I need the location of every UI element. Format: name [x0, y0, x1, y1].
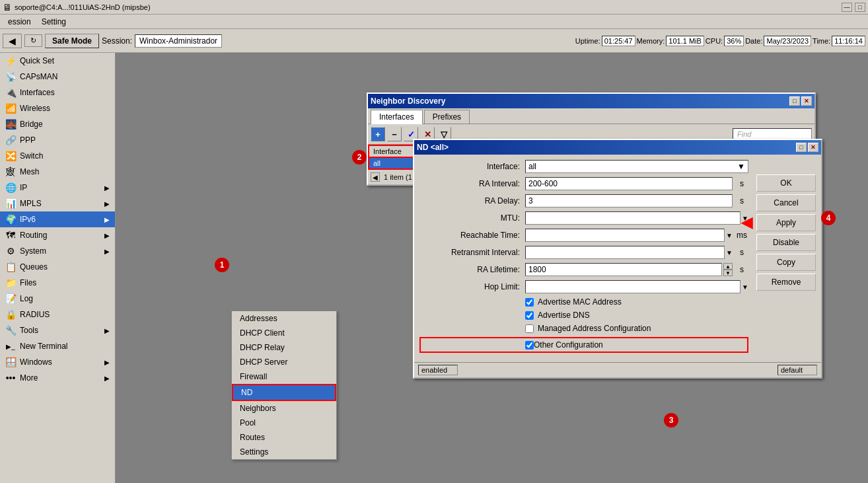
submenu-firewall[interactable]: Firewall: [232, 369, 336, 384]
safe-mode-button[interactable]: Safe Mode: [45, 34, 99, 48]
app-icon: 🖥: [3, 2, 12, 13]
retransmit-input[interactable]: [525, 246, 725, 259]
ra-lifetime-down-button[interactable]: ▼: [723, 270, 733, 276]
submenu-neighbors[interactable]: Neighbors: [232, 401, 336, 416]
interface-select[interactable]: all ▼: [525, 160, 748, 173]
form-row-hop-limit: Hop Limit: ▼: [419, 280, 748, 293]
sidebar-item-capsman[interactable]: 📡 CAPsMAN: [0, 69, 115, 85]
windows-arrow-icon: ▶: [104, 359, 110, 366]
sidebar-label-more: More: [20, 373, 38, 383]
form-row-retransmit: Retransmit Interval: ▼ s: [419, 246, 748, 259]
nd-titlebar: Neighbor Discovery □ ✕: [368, 94, 814, 108]
sidebar-item-windows[interactable]: 🪟 Windows ▶: [0, 354, 115, 370]
sidebar-label-queues: Queues: [20, 262, 48, 272]
main-layout: ⚡ Quick Set 📡 CAPsMAN 🔌 Interfaces 📶 Wir…: [0, 53, 868, 483]
sidebar-label-windows: Windows: [20, 357, 52, 367]
nd-scroll-left-button[interactable]: ◀: [371, 172, 380, 182]
maximize-button[interactable]: □: [855, 3, 865, 12]
hop-limit-input[interactable]: [525, 280, 741, 293]
tools-arrow-icon: ▶: [104, 327, 110, 334]
ra-interval-input[interactable]: [525, 177, 733, 190]
sidebar-item-ipv6[interactable]: 🌍 IPv6 ▶: [0, 211, 115, 227]
sidebar-item-more[interactable]: ••• More ▶: [0, 370, 115, 386]
tab-interfaces[interactable]: Interfaces: [371, 110, 423, 124]
sidebar-item-bridge[interactable]: 🌉 Bridge: [0, 116, 115, 132]
sidebar-label-ip: IP: [20, 183, 27, 192]
submenu-settings[interactable]: Settings: [232, 445, 336, 459]
sidebar-item-mesh[interactable]: 🕸 Mesh: [0, 164, 115, 180]
copy-button[interactable]: Copy: [756, 254, 816, 271]
sidebar-item-quick-set[interactable]: ⚡ Quick Set: [0, 53, 115, 69]
nd-all-dialog: ND <all> □ ✕ Interface: all ▼: [413, 139, 822, 379]
nd-close-button[interactable]: ✕: [801, 96, 812, 106]
minimize-button[interactable]: —: [842, 3, 852, 12]
submenu-addresses[interactable]: Addresses: [232, 311, 336, 326]
submenu-routes[interactable]: Routes: [232, 430, 336, 445]
routing-arrow-icon: ▶: [104, 232, 110, 239]
other-config-label: Other Configuration: [534, 340, 603, 350]
ra-lifetime-up-button[interactable]: ▲: [723, 263, 733, 270]
ra-delay-input[interactable]: [525, 194, 733, 207]
cancel-button[interactable]: Cancel: [756, 194, 816, 211]
date-value: May/23/2023: [764, 36, 811, 46]
sidebar-label-switch: Switch: [20, 151, 43, 161]
nd-all-close-button[interactable]: ✕: [808, 143, 818, 152]
sidebar-item-log[interactable]: 📝 Log: [0, 291, 115, 307]
submenu-dhcp-server[interactable]: DHCP Server: [232, 355, 336, 369]
sidebar-item-interfaces[interactable]: 🔌 Interfaces: [0, 85, 115, 100]
managed-address-label: Managed Address Configuration: [538, 324, 651, 333]
nd-all-status-enabled: enabled: [418, 365, 458, 375]
back-button[interactable]: ◀: [3, 34, 22, 48]
sidebar-label-interfaces: Interfaces: [20, 88, 55, 97]
apply-button[interactable]: Apply: [756, 214, 816, 231]
sidebar-item-ppp[interactable]: 🔗 PPP: [0, 132, 115, 148]
badge-1: 1: [215, 258, 229, 272]
form-row-mtu: MTU: ▼: [419, 211, 748, 225]
nd-minimize-button[interactable]: □: [789, 96, 800, 106]
sidebar-item-radius[interactable]: 🔒 RADIUS: [0, 307, 115, 322]
nd-all-minimize-button[interactable]: □: [796, 143, 807, 152]
ra-lifetime-input[interactable]: [525, 263, 722, 276]
sidebar-item-system[interactable]: ⚙ System ▶: [0, 243, 115, 259]
advertise-mac-checkbox[interactable]: [525, 298, 534, 307]
nd-title: Neighbor Discovery: [371, 96, 789, 106]
tab-prefixes[interactable]: Prefixes: [424, 110, 470, 124]
remove-button[interactable]: Remove: [756, 274, 816, 291]
session-value: Winbox-Administrador: [135, 34, 222, 48]
advertise-dns-checkbox[interactable]: [525, 311, 534, 320]
apply-button-wrapper: Apply ◀ 4: [756, 214, 816, 231]
sidebar-label-ppp: PPP: [20, 135, 36, 145]
time-value: 11:16:14: [832, 36, 865, 46]
other-config-checkbox[interactable]: [525, 341, 534, 350]
ok-button[interactable]: OK: [756, 174, 816, 192]
sidebar-item-ip[interactable]: 🌐 IP ▶: [0, 180, 115, 196]
submenu-dhcp-relay[interactable]: DHCP Relay: [232, 340, 336, 355]
managed-address-checkbox[interactable]: [525, 324, 534, 333]
submenu-nd[interactable]: ND: [232, 384, 336, 401]
refresh-button[interactable]: ↻: [24, 34, 42, 47]
uptime-label: Uptime:: [575, 37, 600, 45]
new-terminal-icon: ▶_: [5, 341, 16, 352]
menu-setting[interactable]: Setting: [36, 16, 71, 28]
sidebar-item-switch[interactable]: 🔀 Switch: [0, 148, 115, 164]
menu-session[interactable]: ession: [3, 16, 36, 28]
mtu-input[interactable]: [525, 211, 741, 225]
nd-tabs: Interfaces Prefixes: [368, 108, 814, 124]
sidebar-item-mpls[interactable]: 📊 MPLS ▶: [0, 196, 115, 211]
badge-1-label: 1: [220, 260, 225, 270]
ppp-icon: 🔗: [5, 135, 16, 145]
sidebar-item-queues[interactable]: 📋 Queues: [0, 259, 115, 275]
submenu-dhcp-client[interactable]: DHCP Client: [232, 326, 336, 340]
reachable-input[interactable]: [525, 229, 725, 242]
nd-remove-button[interactable]: −: [387, 127, 402, 141]
sidebar-item-routing[interactable]: 🗺 Routing ▶: [0, 227, 115, 243]
sidebar-label-bridge: Bridge: [20, 120, 43, 129]
sidebar-item-wireless[interactable]: 📶 Wireless: [0, 100, 115, 116]
submenu-pool[interactable]: Pool: [232, 416, 336, 430]
sidebar-item-new-terminal[interactable]: ▶_ New Terminal: [0, 338, 115, 354]
disable-button[interactable]: Disable: [756, 234, 816, 251]
sidebar-item-tools[interactable]: 🔧 Tools ▶: [0, 322, 115, 338]
nd-add-button[interactable]: +: [371, 127, 385, 141]
badge-2: 2: [352, 150, 367, 165]
sidebar-item-files[interactable]: 📁 Files: [0, 275, 115, 291]
